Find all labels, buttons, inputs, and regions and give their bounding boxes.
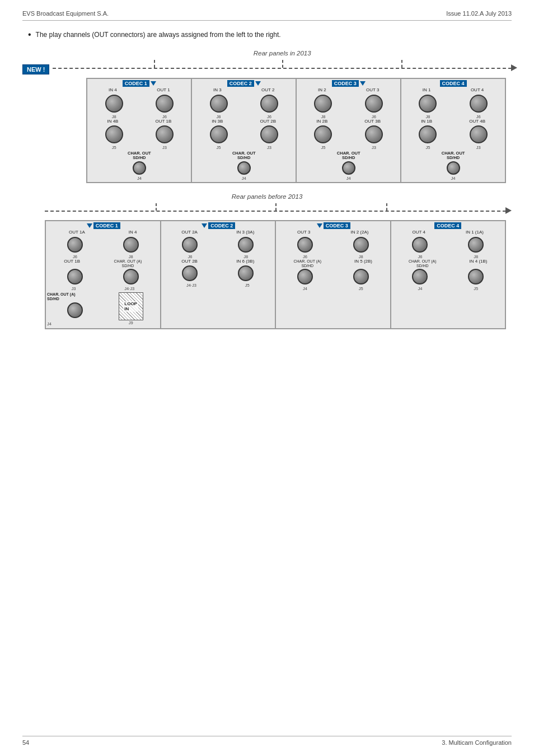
s2-codec4-conn2 bbox=[468, 237, 484, 253]
s2-codec3-ports: OUT 3 IN 2 (2A) bbox=[277, 230, 389, 235]
codec1-port-row: IN 4 OUT 1 bbox=[88, 88, 190, 93]
codec1-in-b: IN 4B bbox=[107, 119, 118, 124]
page: EVS Broadcast Equipment S.A. Issue 11.02… bbox=[0, 0, 534, 756]
codec4-name: CODEC 4 bbox=[440, 80, 467, 87]
s2-codec2-connectors bbox=[162, 236, 274, 254]
codec1-j5: J5 bbox=[112, 145, 116, 150]
s2-codec1-j3-row: J3 J4·J3 bbox=[47, 286, 159, 291]
s2-codec2-out2a: OUT 2A bbox=[181, 230, 198, 235]
s2-codec2-ports: OUT 2A IN 3 (3A) bbox=[162, 230, 274, 235]
codec2-j3: J3 bbox=[267, 145, 271, 150]
s2-codec3-j4j5-row: J4 J5 bbox=[277, 286, 389, 291]
codec2-arrow bbox=[255, 81, 261, 86]
codec3-j-mid: J5 J3 bbox=[298, 145, 399, 150]
codec3-j5: J5 bbox=[321, 145, 325, 150]
codec4-j4: J4 bbox=[451, 176, 456, 181]
s2-codec4-sub: CHAR. OUT (A)SD/HD IN 4 (1B) bbox=[392, 259, 504, 268]
s2-codec3-conn4 bbox=[353, 269, 369, 284]
codec2-connector-in bbox=[210, 95, 228, 113]
s2-codec1-header: CODEC 1 bbox=[47, 222, 159, 229]
codec4-port-row: IN 1 OUT 4 bbox=[402, 88, 504, 93]
codec4-j-mid: J5 J3 bbox=[402, 145, 504, 150]
codec1-top-connectors bbox=[88, 94, 190, 114]
codec4-mid-connectors bbox=[402, 124, 504, 144]
s2-codec2-mid-conn bbox=[162, 264, 274, 282]
codec3-connector-in-b bbox=[314, 125, 332, 143]
codec1-out-b: OUT 1B bbox=[156, 119, 172, 124]
s2-codec4-ports: OUT 4 IN 1 (1A) bbox=[392, 230, 504, 235]
s2-codec4-panel: CODEC 4 OUT 4 IN 1 (1A) J6 J8 CHAR. OUT … bbox=[391, 221, 505, 328]
codec1-panel: CODEC 1 IN 4 OUT 1 J8 J6 bbox=[87, 79, 192, 182]
s2-codec1-j3: J3 bbox=[71, 286, 76, 291]
s2-codec3-mid-conn bbox=[277, 268, 389, 286]
s2-codec2-in6: IN 6 (3B) bbox=[236, 259, 254, 264]
codec1-j3: J3 bbox=[162, 145, 167, 150]
codec3-arrow bbox=[360, 81, 366, 86]
codec2-char-connector bbox=[237, 161, 251, 175]
s2-codec1-char-conn bbox=[67, 302, 83, 318]
codec3-panel: CODEC 3 IN 2 OUT 3 J8 J6 bbox=[297, 79, 401, 182]
issue-info: Issue 11.02.A July 2013 bbox=[446, 10, 512, 17]
codec2-out-label: OUT 2 bbox=[261, 88, 274, 93]
codec4-connector-out bbox=[470, 95, 488, 113]
codec3-j3: J3 bbox=[372, 145, 376, 150]
codec1-out-label: OUT 1 bbox=[157, 88, 170, 93]
codec4-connector-out-b bbox=[470, 125, 488, 143]
codec2-j4: J4 bbox=[242, 176, 246, 181]
codec3-connector-in bbox=[314, 95, 332, 113]
page-header: EVS Broadcast Equipment S.A. Issue 11.02… bbox=[22, 10, 512, 21]
s2-codec2-out2b: OUT 2B bbox=[181, 259, 198, 264]
s2-codec1-name: CODEC 1 bbox=[93, 222, 120, 229]
s2-codec1-loop-box: LOOPIN bbox=[119, 292, 143, 320]
codec4-char-block: CHAR. OUTSD/HD bbox=[402, 151, 504, 176]
section1-row: NEW ! Rear panels in 2013 CODEC 1 bbox=[22, 50, 512, 188]
codec1-j4-row: J4 bbox=[88, 176, 190, 181]
codecs-section2: CODEC 1 OUT 1A IN 4 J6 J8 bbox=[45, 220, 506, 329]
codec1-j4: J4 bbox=[137, 176, 142, 181]
codec4-j-top: J8 J6 bbox=[402, 114, 504, 119]
codec3-char-label: CHAR. OUTSD/HD bbox=[298, 151, 399, 161]
codec3-connector-out-b bbox=[365, 125, 383, 143]
s2-codec4-j4j5-row: J4 J5 bbox=[392, 286, 504, 291]
codecs-section1: CODEC 1 IN 4 OUT 1 J8 J6 bbox=[86, 78, 506, 183]
codec2-j-top: J8 J6 bbox=[193, 114, 294, 119]
s2-codec4-j4: J4 bbox=[418, 286, 422, 291]
codec4-sub-labels: IN 1B OUT 4B bbox=[402, 119, 504, 124]
section1-diagram: Rear panels in 2013 CODEC 1 bbox=[53, 50, 512, 188]
codec4-connector-in bbox=[419, 95, 437, 113]
codec1-char-block: CHAR. OUTSD/HD bbox=[88, 151, 190, 176]
codec3-char-connector bbox=[342, 161, 355, 175]
s2-codec3-header: CODEC 3 bbox=[277, 222, 389, 229]
s2-codec4-connectors bbox=[392, 236, 504, 254]
s2-codec1-char: CHAR. OUT (A)SD/HD bbox=[114, 259, 142, 268]
s2-codec3-in5: IN 5 (2B) bbox=[354, 259, 372, 268]
s2-codec2-sub: OUT 2B IN 6 (3B) bbox=[162, 259, 274, 264]
bullet-text: The play channels (OUT connectors) are a… bbox=[36, 30, 281, 40]
s2-codec3-panel: CODEC 3 OUT 3 IN 2 (2A) J6 J8 CHAR. OUT … bbox=[276, 221, 391, 328]
page-footer: 54 3. Multicam Configuration bbox=[22, 736, 512, 746]
codec2-out-b: OUT 2B bbox=[260, 119, 276, 124]
codec4-out-label: OUT 4 bbox=[471, 88, 484, 93]
s2-codec1-j4: J4 bbox=[47, 321, 51, 326]
codec3-char: CHAR. OUTSD/HD bbox=[298, 151, 399, 176]
s2-codec4-conn1 bbox=[412, 237, 428, 253]
codec2-j5: J5 bbox=[217, 145, 221, 150]
codec3-j4-row: J4 bbox=[298, 176, 399, 181]
s2-codec1-in4: IN 4 bbox=[129, 230, 137, 235]
s2-codec1-ports: OUT 1A IN 4 bbox=[47, 230, 159, 235]
codec2-char-label: CHAR. OUTSD/HD bbox=[193, 151, 294, 161]
s2-codec4-header: CODEC 4 bbox=[392, 222, 504, 229]
section2-label: Rear panels before 2013 bbox=[22, 193, 512, 200]
codec1-sub-labels: IN 4B OUT 1B bbox=[88, 119, 190, 124]
s2-codec3-j5: J5 bbox=[359, 286, 363, 291]
codec2-port-row: IN 3 OUT 2 bbox=[193, 88, 294, 93]
s2-codec3-in2: IN 2 (2A) bbox=[350, 230, 368, 235]
new-badge: NEW ! bbox=[22, 64, 49, 74]
s2-codec3-char: CHAR. OUT (A)SD/HD bbox=[293, 259, 321, 268]
s2-codec3-j6: J6 bbox=[303, 254, 307, 259]
s2-codec1-conn4 bbox=[123, 269, 139, 284]
codec3-name: CODEC 3 bbox=[332, 80, 359, 87]
codec2-panel: CODEC 2 IN 3 OUT 2 J8 J6 bbox=[192, 79, 297, 182]
s2-codec2-j4j3: J4·J3 bbox=[186, 283, 196, 288]
codec1-connector-out bbox=[156, 95, 174, 113]
